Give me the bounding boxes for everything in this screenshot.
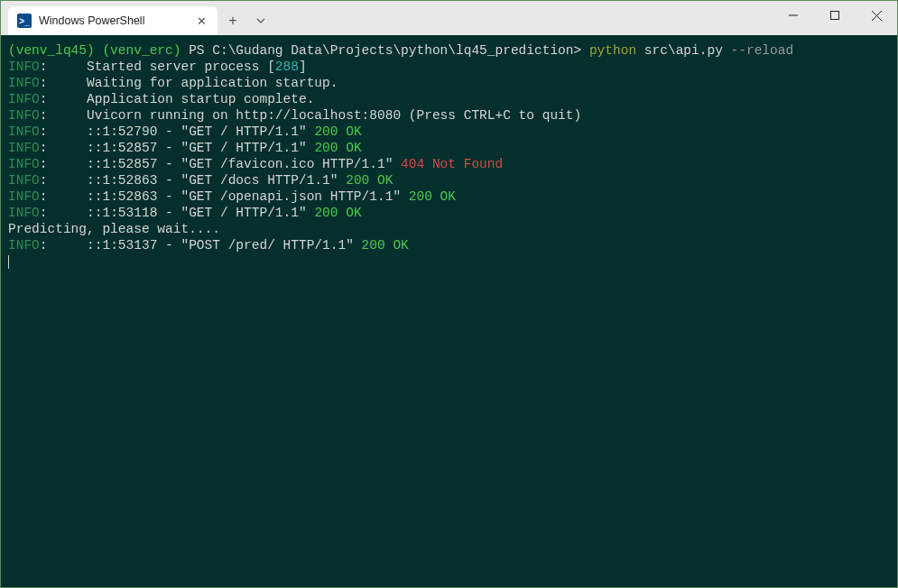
- status-ok: 200 OK: [362, 238, 409, 253]
- log-line: Predicting, please wait....: [8, 222, 220, 236]
- prompt-path: C:\Gudang Data\Projects\python\lq45_pred…: [212, 43, 573, 58]
- titlebar: >_ Windows PowerShell ✕ +: [1, 1, 897, 35]
- close-tab-icon[interactable]: ✕: [194, 14, 208, 28]
- maximize-button[interactable]: [814, 1, 856, 30]
- venv-label: (venv_lq45): [8, 43, 95, 58]
- terminal-body[interactable]: (venv_lq45) (venv_erc) PS C:\Gudang Data…: [1, 35, 897, 587]
- tab-powershell[interactable]: >_ Windows PowerShell ✕: [8, 6, 218, 35]
- new-tab-button[interactable]: +: [218, 6, 248, 35]
- minimize-button[interactable]: [773, 1, 814, 30]
- powershell-icon: >_: [17, 14, 32, 28]
- window-controls: [773, 1, 897, 30]
- prompt-ps: PS: [189, 43, 204, 58]
- cursor: [8, 255, 9, 269]
- tab-dropdown-icon[interactable]: [248, 6, 273, 35]
- command-flag: --reload: [731, 43, 794, 58]
- venv-label: (venv_erc): [102, 43, 181, 58]
- command-arg: src\api.py: [644, 43, 723, 58]
- log-tag: INFO: [8, 238, 40, 253]
- command: python: [589, 43, 636, 58]
- svg-rect-1: [831, 12, 839, 20]
- log-output: INFO: Started server process [288] INFO:…: [8, 59, 890, 221]
- close-button[interactable]: [856, 1, 897, 30]
- tab-title: Windows PowerShell: [39, 14, 194, 27]
- terminal-window: >_ Windows PowerShell ✕ + (venv_lq45) (v…: [1, 1, 897, 587]
